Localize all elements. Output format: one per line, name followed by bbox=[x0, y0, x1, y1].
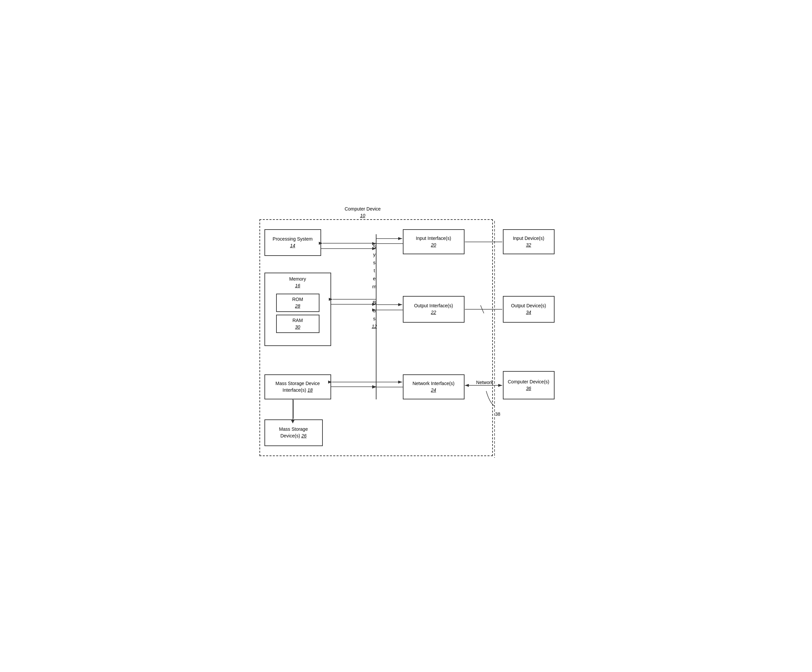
network-interface-box: Network Interface(s) 24 bbox=[403, 374, 464, 399]
mass-storage-device-box: Mass Storage Device(s) 26 bbox=[264, 419, 323, 446]
mass-storage-interface-box: Mass Storage Device Interface(s) 18 bbox=[264, 374, 331, 399]
ram-box: RAM 30 bbox=[276, 315, 319, 333]
computer-device2-box: Computer Device(s) 36 bbox=[503, 371, 554, 399]
system-bus-label: S y s t e m B u s 12 bbox=[366, 243, 383, 330]
computer-device-title: Computer Device 10 bbox=[329, 206, 396, 219]
network-num: 38 bbox=[490, 411, 506, 418]
processing-system-box: Processing System 14 bbox=[264, 229, 321, 256]
network-label: Network bbox=[471, 380, 498, 386]
rom-box: ROM 28 bbox=[276, 294, 319, 312]
output-device-box: Output Device(s) 34 bbox=[503, 296, 554, 323]
input-device-box: Input Device(s) 32 bbox=[503, 229, 554, 254]
diagram-container: Computer Device 10 Processing System 14 … bbox=[256, 199, 556, 473]
input-interface-box: Input Interface(s) 20 bbox=[403, 229, 464, 254]
memory-box: Memory 16 ROM 28 RAM 30 bbox=[264, 273, 331, 346]
output-interface-box: Output Interface(s) 22 bbox=[403, 296, 464, 323]
